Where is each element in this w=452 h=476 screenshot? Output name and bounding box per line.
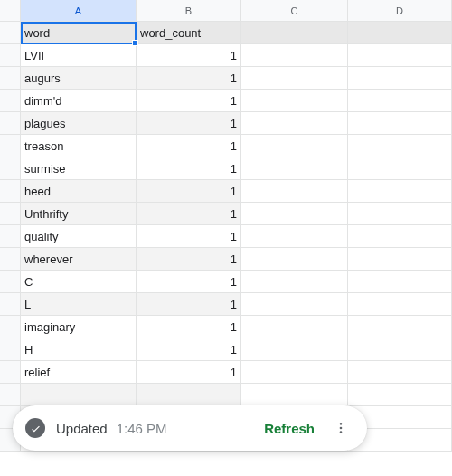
- cell-A-9[interactable]: wherever: [21, 248, 137, 270]
- cell-C-5[interactable]: [241, 157, 348, 179]
- cell-A-11[interactable]: L: [21, 293, 137, 315]
- cell-C-2[interactable]: [241, 90, 348, 111]
- cell-A-3[interactable]: plagues: [21, 112, 137, 134]
- cell-C-4[interactable]: [241, 135, 348, 157]
- cell-D-8[interactable]: [348, 225, 452, 247]
- cell-B-9[interactable]: 1: [137, 248, 241, 270]
- row-header[interactable]: [0, 157, 21, 179]
- cell-B-1[interactable]: 1: [137, 67, 241, 89]
- table-row: Unthrifty1: [0, 203, 452, 225]
- cell-B-14[interactable]: 1: [137, 361, 241, 383]
- cell-B-4[interactable]: 1: [137, 135, 241, 157]
- cell-D-11[interactable]: [348, 293, 452, 315]
- cell-A-12[interactable]: imaginary: [21, 316, 137, 338]
- check-icon: [25, 418, 45, 438]
- row-header[interactable]: [0, 361, 21, 383]
- cell-C-header[interactable]: [241, 22, 348, 43]
- table-row: treason1: [0, 135, 452, 157]
- column-header-C[interactable]: C: [241, 0, 348, 21]
- cell-D-15[interactable]: [348, 384, 452, 405]
- row-header[interactable]: [0, 316, 21, 338]
- cell-B-13[interactable]: 1: [137, 338, 241, 360]
- cell-A-5[interactable]: surmise: [21, 157, 137, 179]
- column-header-A[interactable]: A: [21, 0, 137, 21]
- cell-B-2[interactable]: 1: [137, 90, 241, 111]
- cell-B-0[interactable]: 1: [137, 44, 241, 66]
- cell-D-6[interactable]: [348, 180, 452, 202]
- cell-B-10[interactable]: 1: [137, 271, 241, 292]
- more-vert-icon: [334, 421, 348, 435]
- cell-C-9[interactable]: [241, 248, 348, 270]
- column-header-B[interactable]: B: [137, 0, 241, 21]
- cell-A-2[interactable]: dimm'd: [21, 90, 137, 111]
- row-header[interactable]: [0, 225, 21, 247]
- select-all-corner[interactable]: [0, 0, 21, 21]
- cell-A-8[interactable]: quality: [21, 225, 137, 247]
- cell-B-8[interactable]: 1: [137, 225, 241, 247]
- row-header[interactable]: [0, 135, 21, 157]
- cell-B-11[interactable]: 1: [137, 293, 241, 315]
- row-header[interactable]: [0, 203, 21, 224]
- cell-C-10[interactable]: [241, 271, 348, 292]
- cell-B-5[interactable]: 1: [137, 157, 241, 179]
- cell-D-2[interactable]: [348, 90, 452, 111]
- cell-D-header[interactable]: [348, 22, 452, 43]
- row-header[interactable]: [0, 67, 21, 89]
- cell-B-7[interactable]: 1: [137, 203, 241, 224]
- cell-D-0[interactable]: [348, 44, 452, 66]
- cell-C-7[interactable]: [241, 203, 348, 224]
- cell-D-1[interactable]: [348, 67, 452, 89]
- cell-B-15[interactable]: [137, 384, 241, 405]
- cell-A-13[interactable]: H: [21, 338, 137, 360]
- cell-D-12[interactable]: [348, 316, 452, 338]
- column-header-D[interactable]: D: [348, 0, 452, 21]
- cell-D-10[interactable]: [348, 271, 452, 292]
- column-headers: A B C D: [0, 0, 452, 22]
- cell-C-12[interactable]: [241, 316, 348, 338]
- cell-B-6[interactable]: 1: [137, 180, 241, 202]
- cell-A-1[interactable]: augurs: [21, 67, 137, 89]
- cell-D-9[interactable]: [348, 248, 452, 270]
- row-header[interactable]: [0, 338, 21, 360]
- cell-A-7[interactable]: Unthrifty: [21, 203, 137, 224]
- row-header[interactable]: [0, 180, 21, 202]
- cell-D-7[interactable]: [348, 203, 452, 224]
- cell-C-6[interactable]: [241, 180, 348, 202]
- cell-A-0[interactable]: LVII: [21, 44, 137, 66]
- status-time: 1:46 PM: [117, 421, 255, 436]
- cell-C-3[interactable]: [241, 112, 348, 134]
- cell-A-10[interactable]: C: [21, 271, 137, 292]
- cell-C-14[interactable]: [241, 361, 348, 383]
- cell-A-15[interactable]: [21, 384, 137, 405]
- cell-C-0[interactable]: [241, 44, 348, 66]
- cell-B-12[interactable]: 1: [137, 316, 241, 338]
- cell-C-8[interactable]: [241, 225, 348, 247]
- cell-B-header[interactable]: word_count: [137, 22, 241, 43]
- row-header[interactable]: [0, 22, 21, 43]
- cell-B-3[interactable]: 1: [137, 112, 241, 134]
- row-header[interactable]: [0, 112, 21, 134]
- row-header[interactable]: [0, 44, 21, 66]
- cell-A-14[interactable]: relief: [21, 361, 137, 383]
- row-header[interactable]: [0, 90, 21, 111]
- cell-D-14[interactable]: [348, 361, 452, 383]
- status-toast: Updated 1:46 PM Refresh: [13, 405, 367, 451]
- cell-C-13[interactable]: [241, 338, 348, 360]
- refresh-button[interactable]: Refresh: [255, 415, 324, 442]
- row-header[interactable]: [0, 293, 21, 315]
- cell-D-5[interactable]: [348, 157, 452, 179]
- cell-A-4[interactable]: treason: [21, 135, 137, 157]
- cell-D-4[interactable]: [348, 135, 452, 157]
- more-options-button[interactable]: [327, 414, 354, 442]
- cell-C-15[interactable]: [241, 384, 348, 405]
- cell-D-13[interactable]: [348, 338, 452, 360]
- row-header[interactable]: [0, 384, 21, 405]
- table-row: relief1: [0, 361, 452, 384]
- cell-D-3[interactable]: [348, 112, 452, 134]
- row-header[interactable]: [0, 248, 21, 270]
- cell-C-11[interactable]: [241, 293, 348, 315]
- cell-A-header[interactable]: word: [21, 22, 137, 43]
- cell-A-6[interactable]: heed: [21, 180, 137, 202]
- row-header[interactable]: [0, 271, 21, 292]
- cell-C-1[interactable]: [241, 67, 348, 89]
